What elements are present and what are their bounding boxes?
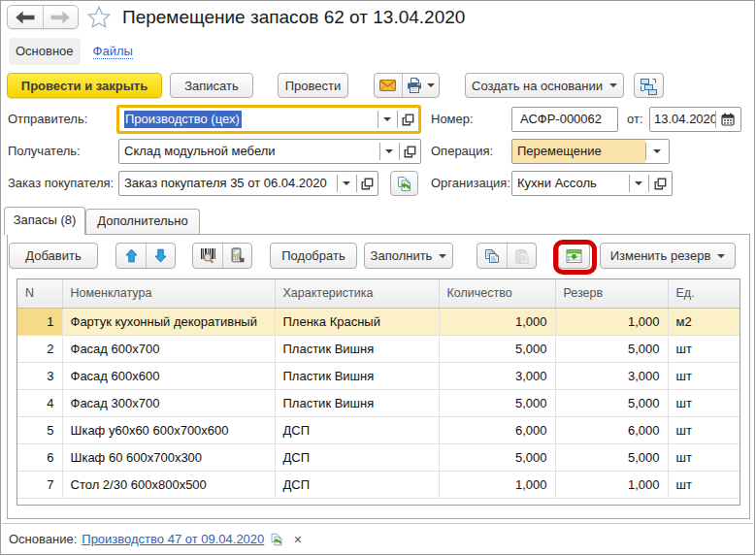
- table-cell[interactable]: 5: [17, 416, 62, 443]
- table-cell[interactable]: Фартук кухонный декоративный: [62, 308, 275, 335]
- post-and-close-button[interactable]: Провести и закрыть: [7, 73, 162, 98]
- table-cell[interactable]: 1,000: [555, 471, 668, 498]
- table-cell[interactable]: м2: [668, 308, 740, 335]
- table-cell[interactable]: 3,000: [555, 362, 668, 389]
- table-cell[interactable]: Стол 2/30 600х800х500: [62, 471, 275, 498]
- table-row[interactable]: 5Шкаф у60х60 600х700х600ДСП6,0006,000шт: [17, 416, 740, 443]
- table-cell[interactable]: 7: [17, 471, 62, 498]
- base-document-link[interactable]: Производство 47 от 09.04.2020: [82, 532, 264, 546]
- table-row[interactable]: 3Фасад 600х600Пластик Вишня3,0003,000шт: [17, 362, 740, 389]
- calendar-button[interactable]: [715, 108, 740, 131]
- table-cell[interactable]: ДСП: [275, 443, 439, 471]
- open-base-icon-button[interactable]: [270, 533, 283, 546]
- table-cell[interactable]: Пластик Вишня: [275, 335, 439, 362]
- pick-items-button[interactable]: Подобрать: [270, 243, 357, 269]
- copy-row-button[interactable]: [477, 244, 507, 268]
- table-cell[interactable]: Фасад 600х700: [62, 335, 275, 362]
- favorite-star-button[interactable]: [85, 4, 112, 30]
- data-terminal-button[interactable]: [222, 244, 251, 268]
- fill-button[interactable]: Заполнить: [364, 243, 453, 269]
- table-cell[interactable]: Пленка Красный: [275, 308, 439, 335]
- table-cell[interactable]: 5,000: [555, 335, 668, 362]
- date-field[interactable]: 13.04.2020: [649, 107, 741, 132]
- operation-dropdown-button[interactable]: [645, 140, 669, 163]
- paste-row-button[interactable]: [507, 244, 536, 268]
- table-cell[interactable]: 1,000: [439, 471, 555, 498]
- organization-open-button[interactable]: [648, 172, 672, 195]
- table-cell[interactable]: 3: [17, 362, 62, 389]
- table-cell[interactable]: 1,000: [439, 308, 555, 335]
- organization-dropdown-button[interactable]: [629, 172, 648, 195]
- table-cell[interactable]: 2: [17, 335, 62, 362]
- table-row[interactable]: 7Стол 2/30 600х800х500ДСП1,0001,000шт: [17, 471, 740, 498]
- table-cell[interactable]: 6: [17, 443, 62, 471]
- move-down-button[interactable]: [146, 244, 175, 268]
- table-cell[interactable]: шт: [668, 335, 740, 362]
- table-row[interactable]: 4Фасад 300х700Пластик Вишня5,0005,000шт: [17, 389, 740, 416]
- column-header[interactable]: N: [17, 279, 62, 308]
- number-field[interactable]: АСФР-000062: [511, 107, 618, 132]
- table-cell[interactable]: 5,000: [439, 389, 555, 416]
- add-row-button[interactable]: Добавить: [9, 243, 98, 269]
- column-header[interactable]: Ед.: [668, 279, 740, 308]
- table-row[interactable]: 2Фасад 600х700Пластик Вишня5,0005,000шт: [17, 335, 740, 362]
- table-cell[interactable]: шт: [668, 471, 740, 498]
- move-up-button[interactable]: [116, 244, 146, 268]
- table-cell[interactable]: 5,000: [439, 443, 555, 471]
- table-cell[interactable]: 6,000: [555, 416, 668, 443]
- create-based-on-button[interactable]: Создать на основании: [465, 73, 624, 98]
- table-cell[interactable]: ДСП: [275, 416, 439, 443]
- navtab-main[interactable]: Основное: [9, 38, 81, 65]
- table-cell[interactable]: шт: [668, 389, 740, 416]
- table-cell[interactable]: 1: [17, 308, 62, 335]
- table-cell[interactable]: шт: [668, 443, 740, 471]
- column-header[interactable]: Количество: [439, 279, 555, 308]
- customer-order-field[interactable]: Заказ покупателя 35 от 06.04.2020: [118, 171, 378, 196]
- forward-button[interactable]: [44, 6, 79, 28]
- table-cell[interactable]: Фасад 600х600: [62, 362, 275, 389]
- table-cell[interactable]: 4: [17, 389, 62, 416]
- table-cell[interactable]: 3,000: [439, 362, 555, 389]
- table-cell[interactable]: 1,000: [555, 308, 668, 335]
- table-cell[interactable]: 5,000: [555, 443, 668, 471]
- column-header[interactable]: Характеристика: [275, 279, 439, 308]
- table-cell[interactable]: Пластик Вишня: [275, 362, 439, 389]
- fill-by-order-button[interactable]: [558, 243, 590, 269]
- table-cell[interactable]: шт: [668, 362, 740, 389]
- barcode-search-button[interactable]: [193, 244, 222, 268]
- related-documents-button[interactable]: [634, 73, 664, 98]
- send-email-button[interactable]: [375, 74, 402, 97]
- change-reserve-button[interactable]: Изменить резерв: [600, 243, 736, 269]
- receiver-dropdown-button[interactable]: [379, 140, 399, 163]
- customer-order-open-button[interactable]: [356, 172, 378, 195]
- tab-additional[interactable]: Дополнительно: [85, 209, 200, 235]
- clear-base-button[interactable]: ✕: [293, 535, 302, 544]
- operation-field[interactable]: Перемещение: [511, 139, 670, 164]
- table-cell[interactable]: Шкаф у60х60 600х700х600: [62, 416, 275, 443]
- open-base-document-button[interactable]: [390, 171, 418, 196]
- customer-order-dropdown-button[interactable]: [337, 172, 356, 195]
- print-button[interactable]: [402, 74, 439, 97]
- column-header[interactable]: Номенклатура: [62, 279, 275, 308]
- navtab-files[interactable]: Файлы: [93, 44, 133, 59]
- back-button[interactable]: [8, 6, 44, 28]
- table-cell[interactable]: 5,000: [439, 335, 555, 362]
- sender-dropdown-button[interactable]: [378, 108, 397, 131]
- write-button[interactable]: Записать: [170, 73, 253, 98]
- receiver-field[interactable]: Склад модульной мебели: [118, 139, 421, 164]
- sender-field[interactable]: Производство (цех): [118, 107, 419, 132]
- table-cell[interactable]: 6,000: [439, 416, 555, 443]
- table-cell[interactable]: ДСП: [275, 471, 439, 498]
- sender-open-button[interactable]: [397, 108, 418, 131]
- receiver-open-button[interactable]: [399, 140, 420, 163]
- post-button[interactable]: Провести: [278, 73, 348, 98]
- table-cell[interactable]: 5,000: [555, 389, 668, 416]
- table-row[interactable]: 6Шкаф 60 600х700х300ДСП5,0005,000шт: [17, 443, 740, 471]
- table-row[interactable]: 1Фартук кухонный декоративныйПленка Крас…: [17, 308, 740, 335]
- column-header[interactable]: Резерв: [555, 279, 668, 308]
- table-cell[interactable]: Шкаф 60 600х700х300: [62, 443, 275, 471]
- table-cell[interactable]: Пластик Вишня: [275, 389, 439, 416]
- tab-stock[interactable]: Запасы (8): [4, 207, 85, 235]
- table-cell[interactable]: шт: [668, 416, 740, 443]
- table-cell[interactable]: Фасад 300х700: [62, 389, 275, 416]
